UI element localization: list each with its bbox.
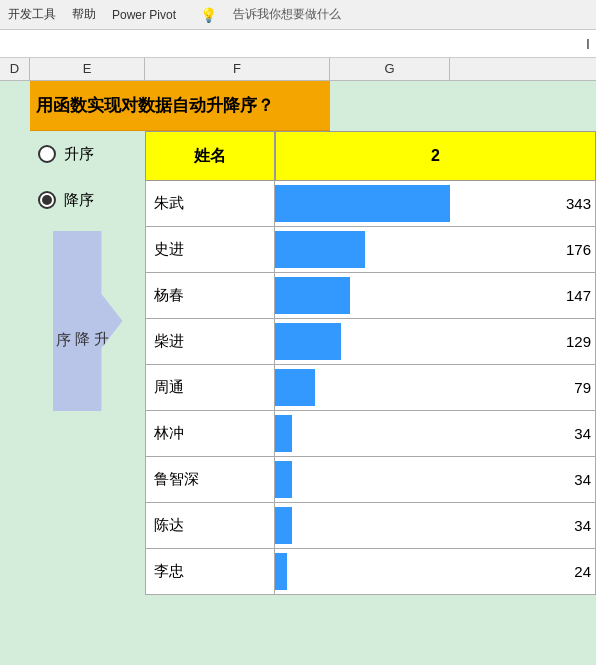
formula-bar: I [0,30,596,58]
title-text: 用函数实现对数据自动升降序？ [36,94,274,117]
radio-descending[interactable] [38,191,56,209]
table-row: 杨春 147 [145,273,596,319]
bar-fill-4 [275,369,315,406]
cell-name-7: 陈达 [145,503,275,548]
table-row: 陈达 34 [145,503,596,549]
cell-bar-5: 34 [275,411,596,456]
bar-value-3: 129 [566,333,591,350]
cell-name-2: 杨春 [145,273,275,318]
cursor-indicator: I [586,36,590,52]
bar-fill-2 [275,277,350,314]
cell-bar-7: 34 [275,503,596,548]
bar-value-2: 147 [566,287,591,304]
arrow-label: 升降序 [54,319,111,323]
cell-name-4: 周通 [145,365,275,410]
controls-panel: 升序 降序 升降序 [30,131,145,595]
table-row: 鲁智深 34 [145,457,596,503]
bar-fill-8 [275,553,287,590]
col-header-f: F [145,58,330,80]
lightbulb-icon: 💡 [200,7,217,23]
table-body: 朱武 343 史进 176 杨春 147 柴进 129 周通 79 林冲 [145,181,596,595]
bar-fill-6 [275,461,292,498]
bar-fill-0 [275,185,450,222]
cell-name-8: 李忠 [145,549,275,594]
arrow-panel: 升降序 [30,231,145,411]
cell-name-1: 史进 [145,227,275,272]
bar-value-6: 34 [574,471,591,488]
sort-arrow-button[interactable]: 升降序 [53,231,123,411]
bar-fill-3 [275,323,341,360]
col-header-d: D [0,58,30,80]
bar-value-5: 34 [574,425,591,442]
cell-bar-2: 147 [275,273,596,318]
bar-fill-7 [275,507,292,544]
cell-bar-6: 34 [275,457,596,502]
table-row: 史进 176 [145,227,596,273]
bar-value-4: 79 [574,379,591,396]
title-row: 用函数实现对数据自动升降序？ [30,81,330,131]
menu-dev-tools[interactable]: 开发工具 [8,6,56,23]
prompt-text[interactable]: 告诉我你想要做什么 [233,6,341,23]
menu-power-pivot[interactable]: Power Pivot [112,8,176,22]
radio-ascending-label: 升序 [64,145,94,164]
radio-descending-label: 降序 [64,191,94,210]
bar-value-8: 24 [574,563,591,580]
cell-name-5: 林冲 [145,411,275,456]
column-headers: D E F G [0,58,596,81]
table-header-value: 2 [275,131,596,181]
bar-value-0: 343 [566,195,591,212]
table-header-name: 姓名 [145,131,275,181]
data-table: 姓名 2 朱武 343 史进 176 杨春 147 柴进 129 周通 [145,131,596,595]
cell-bar-4: 79 [275,365,596,410]
col-header-e: E [30,58,145,80]
table-row: 林冲 34 [145,411,596,457]
table-row: 李忠 24 [145,549,596,595]
cell-bar-0: 343 [275,181,596,226]
cell-bar-1: 176 [275,227,596,272]
bar-value-7: 34 [574,517,591,534]
cell-bar-3: 129 [275,319,596,364]
bar-fill-5 [275,415,292,452]
cell-bar-8: 24 [275,549,596,594]
cell-name-0: 朱武 [145,181,275,226]
menu-help[interactable]: 帮助 [72,6,96,23]
radio-descending-row[interactable]: 降序 [30,177,145,223]
col-header-g: G [330,58,450,80]
radio-ascending-row[interactable]: 升序 [30,131,145,177]
cell-name-3: 柴进 [145,319,275,364]
table-header-row: 姓名 2 [145,131,596,181]
cell-name-6: 鲁智深 [145,457,275,502]
table-row: 柴进 129 [145,319,596,365]
menu-bar: 开发工具 帮助 Power Pivot 💡 告诉我你想要做什么 [0,0,596,30]
radio-ascending[interactable] [38,145,56,163]
bar-value-1: 176 [566,241,591,258]
bar-fill-1 [275,231,365,268]
table-row: 朱武 343 [145,181,596,227]
table-row: 周通 79 [145,365,596,411]
